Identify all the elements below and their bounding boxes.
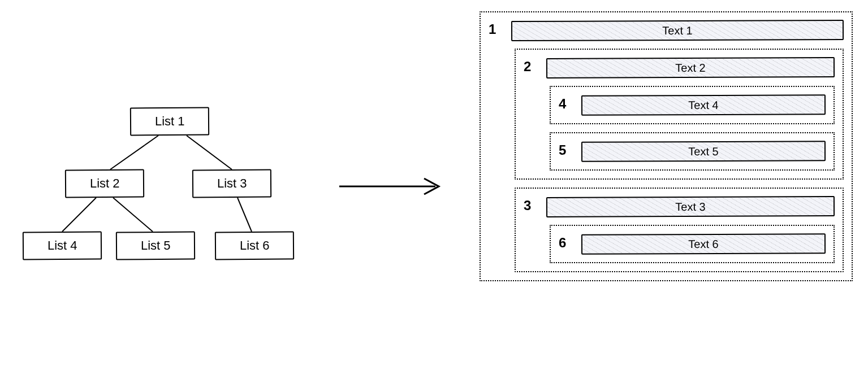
text-2-box: Text 2	[546, 57, 835, 79]
tree-node-5-label: List 5	[141, 238, 171, 253]
text-5-label: Text 5	[688, 145, 718, 158]
group-2-body: Text 2 4 Text 4 5	[546, 58, 835, 171]
tree-node-2: List 2	[65, 169, 144, 198]
text-6-label: Text 6	[688, 237, 718, 250]
tree-node-1-label: List 1	[155, 114, 185, 129]
svg-line-0	[110, 136, 158, 169]
svg-line-2	[62, 198, 96, 232]
tree-node-3: List 3	[192, 169, 271, 198]
group-4: 4 Text 4	[550, 86, 835, 124]
svg-line-1	[187, 136, 232, 169]
group-3: 3 Text 3 6 Text 6	[515, 188, 844, 272]
diagram-canvas: List 1 List 2 List 3 List 4 List 5 List …	[0, 0, 868, 366]
text-2-label: Text 2	[675, 61, 705, 74]
arrow-icon	[339, 175, 447, 200]
tree-node-4-label: List 4	[47, 238, 77, 253]
group-5: 5 Text 5	[550, 132, 835, 171]
group-5-body: Text 5	[581, 141, 826, 162]
group-2: 2 Text 2 4 Text 4	[515, 49, 844, 180]
tree-node-6-label: List 6	[240, 238, 270, 253]
group-4-number: 4	[559, 96, 575, 112]
text-4-box: Text 4	[581, 94, 826, 116]
group-6-body: Text 6	[581, 234, 826, 254]
group-5-number: 5	[559, 142, 575, 158]
text-5-box: Text 5	[581, 141, 826, 162]
text-1-box: Text 1	[511, 20, 844, 41]
text-6-box: Text 6	[581, 233, 826, 255]
svg-line-4	[237, 198, 252, 232]
group-1: 1 Text 1 2 Text 2 4	[480, 11, 853, 281]
text-3-label: Text 3	[675, 200, 705, 213]
group-3-number: 3	[524, 198, 539, 213]
tree-node-4: List 4	[23, 232, 102, 260]
svg-line-3	[113, 198, 153, 232]
group-4-body: Text 4	[581, 95, 826, 115]
group-6-number: 6	[559, 235, 575, 251]
tree-node-5: List 5	[116, 232, 195, 260]
text-1-label: Text 1	[662, 24, 692, 37]
group-1-body: Text 1 2 Text 2 4 Text 4	[511, 20, 844, 272]
nested-list-root: 1 Text 1 2 Text 2 4	[480, 11, 853, 281]
tree-node-6: List 6	[215, 232, 294, 260]
group-6: 6 Text 6	[550, 225, 835, 263]
group-2-number: 2	[524, 59, 539, 75]
tree-node-1: List 1	[130, 107, 209, 136]
text-4-label: Text 4	[688, 98, 718, 111]
group-3-body: Text 3 6 Text 6	[546, 197, 835, 263]
group-1-number: 1	[489, 21, 504, 37]
text-3-box: Text 3	[546, 196, 835, 217]
tree-node-2-label: List 2	[90, 176, 120, 191]
tree-node-3-label: List 3	[217, 176, 247, 191]
